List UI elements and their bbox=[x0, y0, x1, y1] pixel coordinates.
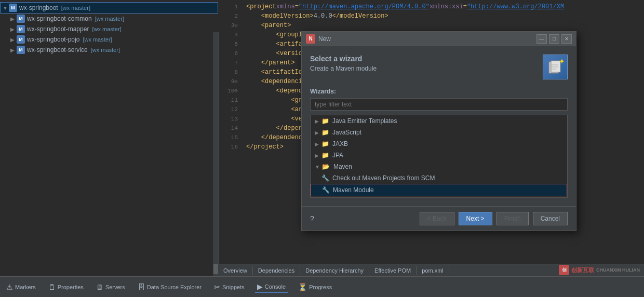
wizards-section: Wizards: ▶ 📁 Java Emitter Templates ▶ 📁 … bbox=[310, 88, 568, 198]
folder-icon-javascript: 📁 bbox=[321, 128, 329, 137]
expand-javascript-icon: ▶ bbox=[315, 130, 319, 136]
tree-item-root[interactable]: ▼ M wx-springboot [wx master] bbox=[0, 2, 218, 14]
wizard-item-maven-scm[interactable]: 🔧 Check out Maven Projects from SCM bbox=[311, 172, 567, 184]
project-tree: ▼ M wx-springboot [wx master] ▶ M wx-spr… bbox=[0, 0, 218, 265]
status-bar: ⚠ Markers 🗒 Properties 🖥 Servers 🗄 Data … bbox=[0, 276, 644, 297]
tree-item-badge-pojo: [wx master] bbox=[83, 36, 112, 43]
wizard-item-jpa[interactable]: ▶ 📁 JPA bbox=[311, 150, 567, 161]
status-datasource-label: Data Source Explorer bbox=[147, 284, 202, 290]
status-snippets[interactable]: ✂ Snippets bbox=[212, 282, 247, 292]
dialog-footer: ? < Back Next > Finish Cancel bbox=[302, 206, 576, 231]
tree-item-name-common: wx-springboot-common bbox=[27, 15, 92, 22]
datasource-icon: 🗄 bbox=[138, 283, 145, 291]
module-icon-mapper: M bbox=[17, 25, 25, 33]
wizard-item-javascript[interactable]: ▶ 📁 JavaScript bbox=[311, 127, 567, 138]
status-console[interactable]: ▶ Console bbox=[255, 281, 288, 293]
maven-scm-icon: 🔧 bbox=[321, 174, 329, 182]
left-scrollbar[interactable] bbox=[213, 32, 219, 276]
expand-maven-icon: ▼ bbox=[315, 164, 320, 170]
wizard-item-java-emitter[interactable]: ▶ 📁 Java Emitter Templates bbox=[311, 115, 567, 127]
status-properties[interactable]: 🗒 Properties bbox=[46, 282, 86, 292]
tab-pom-xml[interactable]: pom.xml bbox=[417, 266, 449, 275]
tree-item-mapper[interactable]: ▶ M wx-springboot-mapper [wx master] bbox=[0, 24, 218, 34]
servers-icon: 🖥 bbox=[96, 283, 103, 291]
finish-button[interactable]: Finish bbox=[497, 212, 529, 225]
watermark-text: 创新互联 bbox=[571, 266, 594, 274]
wizard-item-maven-module[interactable]: 🔧 Maven Module bbox=[311, 184, 567, 196]
code-line-3: 3⊖ <parent> bbox=[222, 21, 640, 30]
folder-icon-jpa: 📁 bbox=[321, 151, 329, 159]
tree-item-badge-mapper: [wx master] bbox=[92, 26, 121, 32]
wizard-item-label-maven: Maven bbox=[333, 163, 352, 170]
module-icon-pojo: M bbox=[17, 35, 25, 44]
footer-action-buttons: < Back Next > Finish Cancel bbox=[420, 212, 568, 225]
dialog-titlebar: N New — □ ✕ bbox=[302, 32, 576, 46]
folder-icon-java-emitter: 📁 bbox=[321, 117, 329, 125]
dialog-minimize-button[interactable]: — bbox=[536, 34, 547, 44]
tree-item-name-root: wx-springboot bbox=[19, 4, 58, 11]
svg-rect-1 bbox=[551, 61, 560, 72]
dialog-window-controls: — □ ✕ bbox=[536, 34, 572, 44]
status-snippets-label: Snippets bbox=[222, 284, 245, 290]
dialog-body: Select a wizard Create a Maven module Wi… bbox=[302, 46, 576, 206]
dialog-header-section: Select a wizard Create a Maven module bbox=[310, 55, 568, 79]
status-progress[interactable]: ⏳ Progress bbox=[296, 282, 334, 292]
expand-jaxb-icon: ▶ bbox=[315, 141, 319, 147]
module-icon-common: M bbox=[17, 15, 25, 23]
wizard-item-maven[interactable]: ▼ 📂 Maven bbox=[311, 161, 567, 172]
tree-item-badge-service: [wx master] bbox=[91, 47, 120, 53]
console-icon: ▶ bbox=[257, 282, 263, 291]
status-servers-label: Servers bbox=[105, 284, 125, 290]
folder-icon-jaxb: 📁 bbox=[321, 140, 329, 148]
watermark: 创 创新互联 CHUANXIN HULIAN bbox=[559, 265, 640, 275]
expand-arrow-common: ▶ bbox=[10, 16, 17, 22]
code-line-1: 1 <project xmlns="http://maven.apache.or… bbox=[222, 2, 640, 11]
tree-item-service[interactable]: ▶ M wx-springboot-service [wx master] bbox=[0, 45, 218, 55]
wizard-item-label-jpa: JPA bbox=[332, 152, 343, 159]
filter-input[interactable] bbox=[310, 98, 568, 111]
wizard-item-jaxb[interactable]: ▶ 📁 JAXB bbox=[311, 138, 567, 150]
wizard-item-label-jaxb: JAXB bbox=[332, 140, 348, 147]
progress-icon: ⏳ bbox=[298, 283, 307, 291]
help-button[interactable]: ? bbox=[310, 214, 314, 223]
status-console-label: Console bbox=[265, 284, 286, 290]
status-properties-label: Properties bbox=[58, 284, 84, 290]
wx-logo: 创 bbox=[559, 265, 569, 275]
expand-arrow-mapper: ▶ bbox=[10, 26, 17, 32]
back-button[interactable]: < Back bbox=[420, 212, 454, 225]
wizard-item-label-java-emitter: Java Emitter Templates bbox=[332, 117, 397, 125]
status-progress-label: Progress bbox=[309, 284, 332, 290]
status-markers[interactable]: ⚠ Markers bbox=[4, 282, 38, 292]
cancel-button[interactable]: Cancel bbox=[533, 212, 568, 225]
tab-overview[interactable]: Overview bbox=[218, 266, 253, 275]
dialog-close-button[interactable]: ✕ bbox=[561, 34, 572, 44]
dialog-sub-title: Create a Maven module bbox=[310, 65, 377, 72]
tree-item-common[interactable]: ▶ M wx-springboot-common [wx master] bbox=[0, 14, 218, 24]
snippets-icon: ✂ bbox=[214, 283, 220, 291]
expand-java-emitter-icon: ▶ bbox=[315, 118, 319, 124]
dialog-title-area: N New bbox=[306, 34, 331, 44]
status-markers-label: Markers bbox=[15, 284, 36, 290]
dialog-main-title: Select a wizard bbox=[310, 55, 377, 63]
tab-dependencies[interactable]: Dependencies bbox=[253, 266, 300, 275]
tree-item-name-pojo: wx-springboot-pojo bbox=[27, 36, 79, 43]
dialog-maximize-button[interactable]: □ bbox=[549, 34, 559, 44]
tab-effective-pom[interactable]: Effective POM bbox=[369, 266, 417, 275]
wizard-list: ▶ 📁 Java Emitter Templates ▶ 📁 JavaScrip… bbox=[310, 115, 568, 198]
next-button[interactable]: Next > bbox=[459, 212, 492, 225]
tree-item-name-mapper: wx-springboot-mapper bbox=[27, 25, 89, 33]
tab-dependency-hierarchy[interactable]: Dependency Hierarchy bbox=[300, 266, 369, 275]
properties-icon: 🗒 bbox=[48, 283, 56, 291]
wizard-item-label-maven-module: Maven Module bbox=[333, 186, 374, 194]
status-datasource[interactable]: 🗄 Data Source Explorer bbox=[136, 282, 204, 292]
status-servers[interactable]: 🖥 Servers bbox=[94, 282, 127, 292]
tree-item-pojo[interactable]: ▶ M wx-springboot-pojo [wx master] bbox=[0, 34, 218, 45]
module-icon-root: M bbox=[9, 4, 17, 12]
markers-icon: ⚠ bbox=[6, 283, 13, 291]
folder-icon-maven: 📂 bbox=[322, 163, 330, 171]
expand-arrow-pojo: ▶ bbox=[10, 37, 17, 43]
tree-item-badge-root: [wx master] bbox=[61, 5, 90, 11]
expand-arrow-root: ▼ bbox=[3, 5, 9, 11]
wizards-label: Wizards: bbox=[310, 88, 568, 95]
tree-item-badge-common: [wx master] bbox=[95, 16, 124, 22]
